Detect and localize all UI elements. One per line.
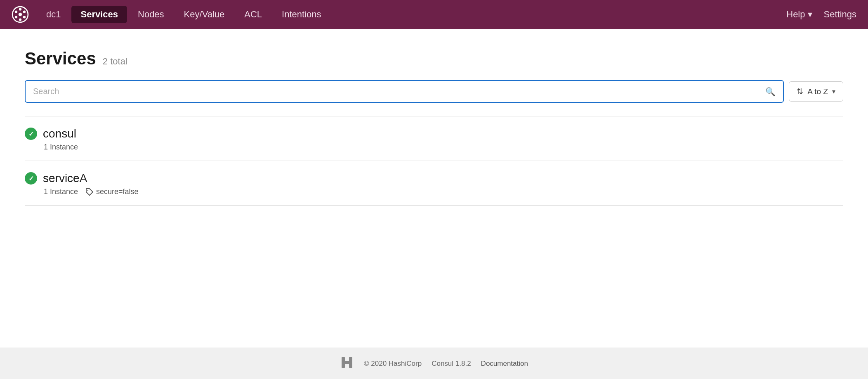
sort-icon: ⇅: [797, 87, 803, 96]
service-name: consul: [43, 127, 76, 140]
svg-point-1: [19, 13, 22, 16]
service-name-row: serviceA: [25, 172, 843, 185]
hashicorp-logo-icon: [340, 355, 354, 372]
nav-items: dc1 Services Nodes Key/Value ACL Intenti…: [40, 6, 786, 23]
footer-copyright: © 2020 HashiCorp: [364, 360, 422, 368]
page-header: Services 2 total: [25, 49, 843, 69]
consul-logo-icon: [12, 6, 29, 23]
main-content: Services 2 total 🔍 ⇅ A to Z ▾ consul 1 I…: [0, 29, 868, 348]
sort-label: A to Z: [807, 87, 828, 96]
footer-docs-link[interactable]: Documentation: [481, 360, 528, 368]
page-title: Services: [25, 49, 96, 69]
svg-point-7: [15, 11, 17, 13]
footer: © 2020 HashiCorp Consul 1.8.2 Documentat…: [0, 348, 868, 379]
instance-count: 1 Instance: [44, 187, 78, 196]
nav-help-button[interactable]: Help ▾: [786, 9, 812, 20]
nav-item-nodes[interactable]: Nodes: [129, 6, 173, 23]
chevron-down-icon: ▾: [808, 9, 812, 20]
service-list: consul 1 Instance serviceA 1 Instance se…: [25, 116, 843, 206]
chevron-down-icon: ▾: [832, 88, 835, 95]
footer-inner: © 2020 HashiCorp Consul 1.8.2 Documentat…: [0, 355, 868, 372]
search-row: 🔍 ⇅ A to Z ▾: [25, 80, 843, 103]
nav-right: Help ▾ Settings: [786, 9, 856, 20]
nav-logo[interactable]: [12, 6, 29, 23]
list-item[interactable]: consul 1 Instance: [25, 116, 843, 161]
service-meta: 1 Instance: [25, 143, 843, 152]
service-meta: 1 Instance secure=false: [25, 187, 843, 196]
nav-item-keyvalue[interactable]: Key/Value: [175, 6, 234, 23]
instance-count: 1 Instance: [44, 143, 78, 152]
svg-rect-11: [349, 357, 352, 368]
search-wrapper: 🔍: [25, 80, 784, 103]
search-input[interactable]: [26, 81, 758, 102]
tag-icon: [85, 188, 94, 196]
service-name-row: consul: [25, 127, 843, 140]
navbar: dc1 Services Nodes Key/Value ACL Intenti…: [0, 0, 868, 29]
svg-point-8: [87, 190, 88, 190]
search-button[interactable]: 🔍: [758, 83, 783, 101]
svg-point-6: [15, 16, 17, 18]
nav-item-acl[interactable]: ACL: [235, 6, 271, 23]
search-icon: 🔍: [765, 87, 776, 96]
svg-point-5: [19, 18, 21, 21]
sort-button[interactable]: ⇅ A to Z ▾: [789, 81, 843, 102]
page-count: 2 total: [103, 56, 127, 67]
footer-version: Consul 1.8.2: [432, 360, 471, 368]
service-tag: secure=false: [85, 187, 139, 196]
list-item[interactable]: serviceA 1 Instance secure=false: [25, 161, 843, 206]
tag-label: secure=false: [96, 187, 139, 196]
svg-point-4: [23, 16, 26, 18]
nav-item-intentions[interactable]: Intentions: [273, 6, 330, 23]
status-ok-icon: [25, 128, 37, 140]
svg-point-2: [19, 8, 21, 10]
nav-settings-button[interactable]: Settings: [824, 9, 857, 20]
nav-item-services[interactable]: Services: [71, 6, 127, 23]
service-name: serviceA: [43, 172, 87, 185]
status-ok-icon: [25, 172, 37, 185]
svg-point-3: [23, 11, 26, 13]
nav-datacenter[interactable]: dc1: [40, 9, 66, 20]
